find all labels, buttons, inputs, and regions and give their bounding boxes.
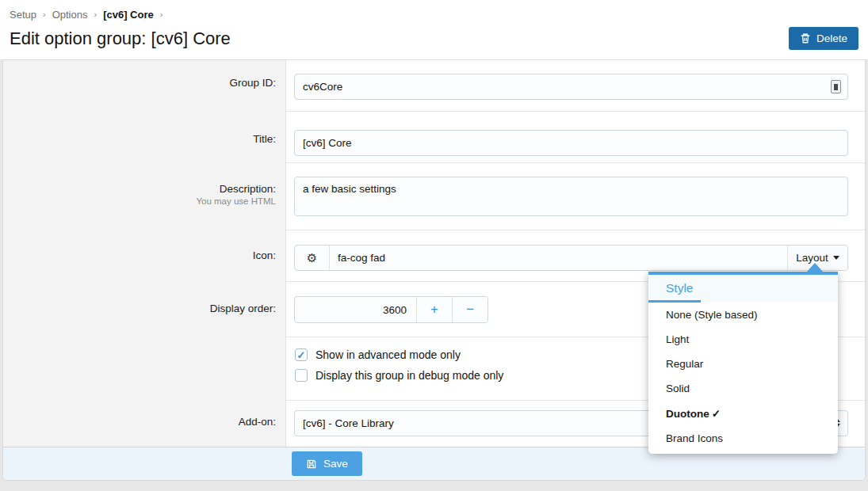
menu-pointer-arrow — [807, 263, 823, 272]
checkbox-checked-icon[interactable]: ✓ — [295, 348, 308, 361]
form-fill-icon[interactable] — [831, 80, 841, 93]
form-row-group-id: Group ID: — [3, 60, 865, 112]
save-button-label: Save — [323, 458, 348, 470]
menu-item-brand-icons[interactable]: Brand Icons — [648, 426, 838, 454]
display-order-label: Display order: — [3, 303, 276, 314]
chevron-right-icon: › — [160, 10, 163, 19]
icon-label: Icon: — [3, 249, 276, 261]
addon-select-value: [cv6] - Core Library — [303, 417, 394, 429]
menu-item-solid[interactable]: Solid — [648, 376, 838, 401]
menu-item-duotone-label: Duotone — [666, 408, 709, 420]
breadcrumb-current-group[interactable]: [cv6] Core — [103, 9, 154, 21]
check-mark-icon: ✓ — [297, 350, 306, 360]
decrement-button[interactable]: − — [452, 297, 488, 322]
display-order-input[interactable] — [295, 297, 416, 322]
group-id-label: Group ID: — [3, 77, 276, 89]
delete-button[interactable]: Delete — [789, 27, 858, 50]
icon-input[interactable] — [330, 246, 787, 270]
menu-item-light[interactable]: Light — [648, 327, 838, 352]
save-button[interactable]: Save — [292, 451, 362, 476]
layout-dropdown-menu: Style None (Style based) Light Regular S… — [648, 272, 838, 454]
menu-tab-style-label: Style — [666, 281, 693, 295]
form-row-title: Title: — [3, 112, 865, 163]
group-id-input[interactable] — [294, 74, 848, 100]
trash-icon — [800, 32, 811, 44]
menu-item-regular[interactable]: Regular — [648, 352, 838, 376]
form-row-description: Description: You may use HTML a few basi… — [3, 163, 865, 230]
description-hint: You may use HTML — [196, 196, 276, 206]
title-input[interactable] — [294, 130, 848, 156]
increment-button[interactable]: + — [416, 297, 452, 322]
breadcrumb-options[interactable]: Options — [52, 9, 88, 21]
debug-mode-checkbox-label: Display this group in debug mode only — [315, 369, 503, 382]
addon-label: Add-on: — [3, 416, 276, 428]
breadcrumb: Setup › Options › [cv6] Core › — [10, 6, 858, 22]
save-icon — [306, 459, 317, 470]
selected-check-icon: ✓ — [712, 408, 721, 420]
chevron-right-icon: › — [43, 10, 46, 19]
caret-down-icon — [833, 256, 839, 260]
delete-button-label: Delete — [816, 32, 847, 44]
description-label: Description: — [3, 183, 276, 195]
page-title: Edit option group: [cv6] Core — [10, 29, 231, 49]
page-header: Setup › Options › [cv6] Core › Edit opti… — [0, 0, 868, 59]
breadcrumb-setup[interactable]: Setup — [10, 9, 36, 21]
advanced-mode-checkbox-label: Show in advanced mode only — [315, 348, 461, 361]
checkbox-unchecked-icon[interactable] — [295, 369, 308, 382]
chevron-right-icon: › — [94, 10, 97, 19]
title-label: Title: — [3, 133, 276, 145]
menu-item-none-style-based[interactable]: None (Style based) — [648, 303, 838, 327]
menu-tab-underline — [648, 300, 701, 303]
menu-item-duotone[interactable]: Duotone✓ — [648, 401, 838, 426]
gear-icon: ⚙ — [295, 246, 330, 270]
description-textarea[interactable]: a few basic settings — [294, 177, 848, 216]
layout-button-label: Layout — [796, 252, 828, 264]
menu-tab-style[interactable]: Style — [648, 275, 838, 303]
